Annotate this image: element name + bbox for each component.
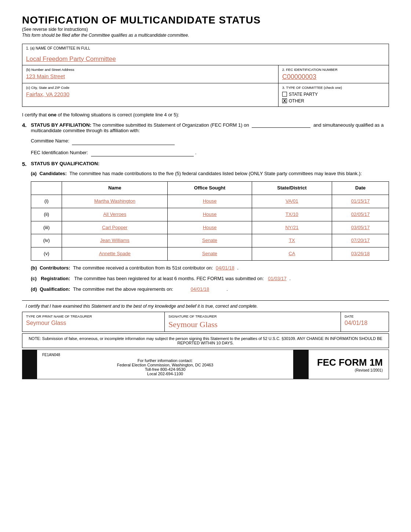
other-label: OTHER bbox=[289, 98, 304, 104]
date-label: DATE bbox=[345, 314, 385, 318]
section5b-date: 04/01/18 bbox=[216, 264, 234, 272]
other-option: OTHER bbox=[282, 98, 385, 104]
section5a-title: Candidates: bbox=[40, 171, 67, 176]
fec-id-field-label: FEC Identification Number: bbox=[31, 150, 88, 155]
section5c-date: 01/03/17 bbox=[268, 275, 287, 283]
citystate-value: Fairfax, VA 22030 bbox=[26, 91, 274, 97]
citystate-field: (c) City, State and ZIP Code Fairfax, VA… bbox=[22, 83, 279, 106]
section5d-label: (d) bbox=[31, 286, 37, 293]
row-label-4: (v) bbox=[31, 247, 62, 261]
row-name-2: Carl Popper bbox=[62, 221, 168, 234]
signature-section: TYPE OR PRINT NAME OF TREASURER Seymour … bbox=[22, 312, 389, 332]
row-date-2: 03/05/17 bbox=[332, 221, 389, 234]
row-state-2: NY/21 bbox=[252, 221, 332, 234]
section4-num: 4. bbox=[22, 122, 29, 128]
cert-text: I certify that one of the following situ… bbox=[22, 112, 389, 117]
address-label: (b) Number and Street Address bbox=[26, 68, 274, 72]
table-row: (v) Annette Spade Senate CA 03/26/18 bbox=[31, 247, 389, 261]
row-date-4: 03/26/18 bbox=[332, 247, 389, 261]
row-date-0: 01/15/17 bbox=[332, 195, 389, 208]
date-value: 04/01/18 bbox=[345, 320, 385, 326]
page-header: NOTIFICATION OF MULTICANDIDATE STATUS (S… bbox=[22, 15, 389, 38]
footer-contact-line1: For further information contact: bbox=[42, 358, 288, 363]
row-name-3: Jean Williams bbox=[62, 234, 168, 247]
section5d: (d) Qualification: The committee met the… bbox=[31, 286, 389, 293]
section5c-title: Registration: bbox=[41, 276, 70, 281]
sig-cursive: Seymour Glass bbox=[168, 320, 337, 329]
row-state-0: VA/01 bbox=[252, 195, 332, 208]
row-name-1: All Verroes bbox=[62, 208, 168, 221]
subtitle-italic: This form should be filed after the Comm… bbox=[22, 33, 389, 38]
footer-black-bar-left bbox=[22, 350, 37, 379]
footer-contact-line2: Federal Election Commission, Washington,… bbox=[42, 363, 288, 367]
state-party-option: STATE PARTY bbox=[282, 92, 385, 97]
section5c-label: (c) bbox=[31, 276, 37, 281]
section5b-body: The committee received a contribution fr… bbox=[73, 264, 213, 272]
table-row: (i) Martha Washington House VA/01 01/15/… bbox=[31, 195, 389, 208]
fec-form-title: FEC FORM 1M bbox=[317, 357, 383, 368]
section5a-body: The committee has made contributions to … bbox=[69, 171, 362, 176]
row-label-1: (ii) bbox=[31, 208, 62, 221]
sig-label: SIGNATURE OF TREASURER bbox=[168, 314, 337, 318]
committee-name-line: Committee Name: bbox=[31, 137, 389, 145]
type-committee-field: 3. TYPE OF COMMITTEE (check one) STATE P… bbox=[279, 83, 389, 106]
subtitle: (See reverse side for instructions) bbox=[22, 27, 389, 32]
row-office-4: Senate bbox=[168, 247, 252, 261]
fec-id-value: C00000003 bbox=[282, 73, 385, 81]
fec-id-label: 2. FEC IDENTIFICATION NUMBER bbox=[282, 68, 385, 72]
section5d-title: Qualification: bbox=[40, 286, 70, 293]
row-office-3: Senate bbox=[168, 234, 252, 247]
section5a: (a) Candidates: The committee has made c… bbox=[31, 170, 389, 261]
row-state-3: TX bbox=[252, 234, 332, 247]
row-office-1: House bbox=[168, 208, 252, 221]
field1-label: 1. (a) NAME OF COMMITTEE IN FULL bbox=[26, 46, 385, 50]
section5: 5. STATUS BY QUALIFICATION: (a) Candidat… bbox=[22, 161, 389, 293]
footer-contact: FE1AN048 For further information contact… bbox=[37, 350, 293, 379]
address-value: 123 Main Street bbox=[26, 73, 274, 79]
other-checkbox bbox=[282, 98, 287, 103]
col-header-label bbox=[31, 182, 62, 195]
committee-name-blank bbox=[72, 137, 175, 145]
row-date-3: 07/20/17 bbox=[332, 234, 389, 247]
treasurer-label: TYPE OR PRINT NAME OF TREASURER bbox=[26, 314, 161, 318]
affiliation-date-blank bbox=[252, 122, 310, 128]
committee-name-field-label: Committee Name: bbox=[31, 138, 69, 144]
section5b-title: Contributors: bbox=[40, 264, 70, 272]
col-header-name: Name bbox=[62, 182, 168, 195]
state-party-label: STATE PARTY bbox=[289, 92, 318, 97]
section5a-label: (a) bbox=[31, 171, 37, 176]
footer-black-bar-right bbox=[293, 350, 308, 379]
table-row: (iii) Carl Popper House NY/21 03/05/17 bbox=[31, 221, 389, 234]
row-office-2: House bbox=[168, 221, 252, 234]
section5b: (b) Contributors: The committee received… bbox=[31, 264, 389, 272]
footer-contact-line4: Local 202-694-1100 bbox=[42, 372, 288, 376]
page-title: NOTIFICATION OF MULTICANDIDATE STATUS bbox=[22, 15, 389, 26]
state-party-checkbox bbox=[282, 92, 287, 97]
citystate-type-row: (c) City, State and ZIP Code Fairfax, VA… bbox=[22, 83, 389, 106]
table-header-row: Name Office Sought State/District Date bbox=[31, 182, 389, 195]
section4-title: STATUS BY AFFILIATION: bbox=[31, 122, 91, 128]
footer-left: FE1AN048 For further information contact… bbox=[22, 350, 308, 379]
table-row: (iv) Jean Williams Senate TX 07/20/17 bbox=[31, 234, 389, 247]
section5c-body: The committee has been registered for at… bbox=[74, 276, 264, 281]
note-section: NOTE: Submission of false, erroneous, or… bbox=[22, 333, 389, 348]
citystate-label: (c) City, State and ZIP Code bbox=[26, 86, 274, 90]
row-label-2: (iii) bbox=[31, 221, 62, 234]
footer-code: FE1AN048 bbox=[42, 353, 288, 357]
address-field: (b) Number and Street Address 123 Main S… bbox=[22, 65, 279, 83]
section5d-body: The committee met the above requirements… bbox=[73, 286, 173, 293]
footer-right: FEC FORM 1M (Revised 1/2001) bbox=[308, 350, 389, 379]
section5c: (c) Registration: The committee has been… bbox=[31, 275, 389, 283]
candidates-table: Name Office Sought State/District Date (… bbox=[31, 181, 389, 261]
note-text: NOTE: Submission of false, erroneous, or… bbox=[29, 336, 382, 345]
fec-id-field: 2. FEC IDENTIFICATION NUMBER C00000003 bbox=[279, 65, 389, 83]
section5-body: (a) Candidates: The committee has made c… bbox=[31, 170, 389, 293]
type-committee-label: 3. TYPE OF COMMITTEE (check one) bbox=[282, 86, 385, 90]
signature-col: SIGNATURE OF TREASURER Seymour Glass bbox=[165, 312, 341, 332]
row-label-3: (iv) bbox=[31, 234, 62, 247]
section5-header: 5. STATUS BY QUALIFICATION: bbox=[22, 161, 389, 167]
section4-body-fields: Committee Name: FEC Identification Numbe… bbox=[31, 137, 389, 157]
row-date-1: 02/05/17 bbox=[332, 208, 389, 221]
row-label-0: (i) bbox=[31, 195, 62, 208]
section5a-header: (a) Candidates: The committee has made c… bbox=[31, 170, 389, 178]
